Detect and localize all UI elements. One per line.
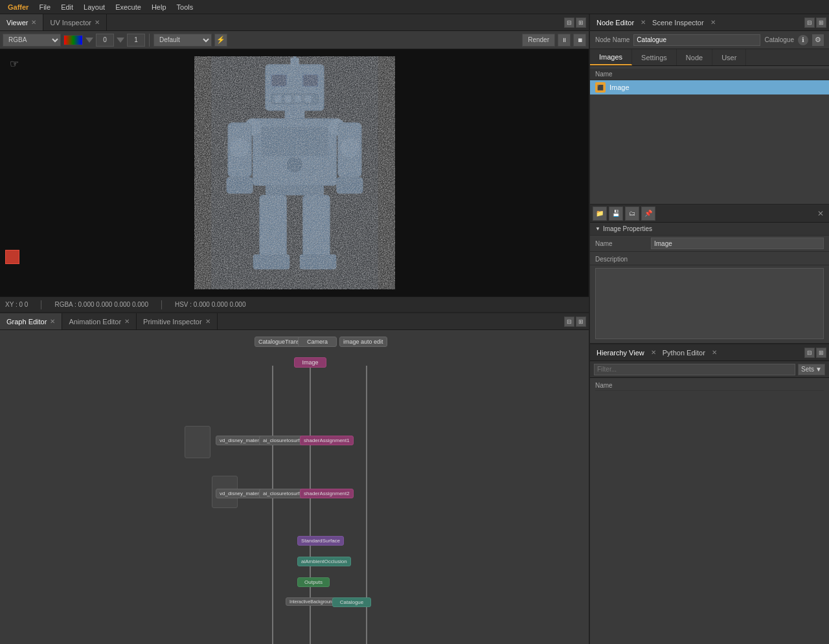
- tab-graph-editor[interactable]: Graph Editor ✕: [0, 313, 62, 329]
- node-vd-texture[interactable]: [185, 426, 210, 458]
- tab-scene-inspector-close[interactable]: ✕: [710, 19, 716, 26]
- render-controls: Render ⏸ ⏹: [522, 34, 586, 47]
- prop-btn3[interactable]: 🗂: [625, 206, 639, 221]
- node-camera[interactable]: Camera: [298, 337, 337, 347]
- prop-chevron: ▼: [595, 226, 600, 232]
- render-button[interactable]: Render: [522, 34, 555, 47]
- hierarchy-toolbar: Sets ▼: [590, 361, 829, 378]
- node-tabs: Images Settings Node User: [590, 49, 829, 66]
- viewer-ctrl-btn2[interactable]: ⊞: [576, 17, 586, 28]
- tab-viewer[interactable]: Viewer ✕: [0, 14, 43, 30]
- node-name-label: Node Name: [595, 36, 630, 43]
- hierarchy-controls: ⊟ ⊞: [804, 348, 826, 358]
- tab-viewer-close[interactable]: ✕: [31, 19, 36, 26]
- prop-btn2[interactable]: 💾: [609, 206, 623, 221]
- menu-tools[interactable]: Tools: [172, 2, 199, 12]
- robot-display: ☞: [0, 49, 589, 296]
- hierarchy-filter-input[interactable]: [594, 364, 795, 375]
- hierarchy-content: Name: [590, 378, 829, 644]
- tab-images[interactable]: Images: [590, 49, 632, 65]
- status-divider2: [161, 300, 162, 309]
- node-standard-surface[interactable]: StandardSurface: [297, 536, 344, 546]
- tab-primitive-inspector[interactable]: Primitive Inspector ✕: [137, 313, 217, 329]
- image-properties-header[interactable]: ▼ Image Properties: [590, 223, 829, 236]
- tab-settings[interactable]: Settings: [632, 49, 677, 65]
- tab-uv-close[interactable]: ✕: [95, 19, 100, 26]
- render-stop-btn[interactable]: ⏹: [573, 34, 586, 47]
- image-item[interactable]: ⬛ Image: [590, 80, 829, 94]
- exposure-input[interactable]: [96, 34, 114, 47]
- tab-spacer: [107, 14, 562, 30]
- lut-select[interactable]: Default: [153, 34, 212, 47]
- viewer-tab-controls: ⊟ ⊞: [562, 14, 589, 30]
- hierarchy-header: Hierarchy View ✕ Python Editor ✕ ⊟ ⊞: [590, 344, 829, 361]
- info-icon[interactable]: ℹ: [798, 35, 808, 45]
- prop-desc-label: Description: [595, 256, 647, 263]
- tab-user[interactable]: User: [712, 49, 746, 65]
- ne-ctrl1[interactable]: ⊟: [804, 17, 815, 28]
- node-outputs[interactable]: Outputs: [297, 577, 330, 587]
- menu-layout[interactable]: Layout: [78, 2, 110, 12]
- hierarchy-section: Hierarchy View ✕ Python Editor ✕ ⊟ ⊞ Set…: [590, 344, 829, 644]
- red-square-indicator: [5, 250, 19, 264]
- robot-render: [191, 56, 398, 289]
- graph-ctrl-btn1[interactable]: ⊟: [564, 316, 574, 327]
- properties-close-btn[interactable]: ✕: [815, 208, 826, 219]
- node-shader-assignment1[interactable]: shaderAssignment1: [300, 436, 354, 445]
- menu-file[interactable]: File: [34, 2, 56, 12]
- gear-icon[interactable]: ⚙: [812, 34, 824, 46]
- node-shader-assignment2[interactable]: shaderAssignment2: [300, 489, 354, 498]
- menu-execute[interactable]: Execute: [110, 2, 146, 12]
- gamma-input[interactable]: [127, 34, 145, 47]
- tab-node-editor-close[interactable]: ✕: [641, 19, 646, 26]
- tab-node-editor[interactable]: Node Editor: [593, 19, 638, 27]
- tab-python-close[interactable]: ✕: [712, 349, 717, 356]
- prop-name-label: Name: [595, 240, 647, 247]
- graph-section: Graph Editor ✕ Animation Editor ✕ Primit…: [0, 312, 589, 644]
- node-ai-ambient-occlusion[interactable]: aiAmbientOcclusion: [297, 557, 351, 566]
- viewer-ctrl-btn1[interactable]: ⊟: [564, 17, 574, 28]
- prop-description-textarea[interactable]: [595, 268, 824, 339]
- menu-bar: Gaffer File Edit Layout Execute Help Too…: [0, 0, 829, 14]
- node-catalogue-final[interactable]: Catalogue: [332, 597, 371, 607]
- hsv-status: HSV : 0.000 0.000 0.000: [175, 301, 246, 308]
- tab-node[interactable]: Node: [677, 49, 712, 65]
- rgba-status: RGBA : 0.000 0.000 0.000 0.000: [54, 301, 148, 308]
- gamma-arrow-down: [117, 38, 124, 43]
- viewer-canvas[interactable]: ☞: [0, 49, 589, 296]
- hierarchy-name-header: Name: [595, 381, 824, 391]
- graph-canvas[interactable]: CatalogueTransform Camera image auto edi…: [0, 330, 589, 644]
- node-image-auto-edit[interactable]: image auto edit: [339, 337, 387, 347]
- rgba-strip: [63, 35, 83, 45]
- exposure-arrow-down: [85, 38, 93, 43]
- tab-scene-inspector[interactable]: Scene Inspector: [648, 19, 708, 27]
- menu-help[interactable]: Help: [146, 2, 172, 12]
- prop-name-input[interactable]: [651, 238, 824, 249]
- tab-graph-close[interactable]: ✕: [50, 318, 55, 325]
- flash-icon[interactable]: ⚡: [214, 34, 227, 47]
- tab-hierarchy-close[interactable]: ✕: [651, 349, 656, 356]
- tab-animation-editor[interactable]: Animation Editor ✕: [62, 313, 137, 329]
- prop-btn1[interactable]: 📁: [593, 206, 607, 221]
- node-image[interactable]: Image: [294, 357, 326, 368]
- ne-ctrl2[interactable]: ⊞: [816, 17, 826, 28]
- tab-anim-close[interactable]: ✕: [124, 318, 130, 325]
- channel-select[interactable]: RGBA RGB A: [3, 34, 61, 47]
- hv-ctrl1[interactable]: ⊟: [804, 348, 815, 358]
- node-name-input[interactable]: [633, 34, 760, 46]
- hand-tool-icon[interactable]: ☞: [5, 54, 23, 72]
- node-editor-header: Node Editor ✕ Scene Inspector ✕ ⊟ ⊞: [590, 14, 829, 31]
- menu-edit[interactable]: Edit: [56, 2, 78, 12]
- tab-uv-inspector[interactable]: UV Inspector ✕: [43, 14, 107, 30]
- viewer-section: Viewer ✕ UV Inspector ✕ ⊟ ⊞ RGBA RGB: [0, 14, 589, 312]
- tab-prim-close[interactable]: ✕: [205, 318, 210, 325]
- app-brand: Gaffer: [3, 2, 34, 12]
- graph-ctrl-btn2[interactable]: ⊞: [576, 316, 586, 327]
- tab-hierarchy-view[interactable]: Hierarchy View: [593, 349, 648, 357]
- render-pause-btn[interactable]: ⏸: [558, 34, 571, 47]
- hv-ctrl2[interactable]: ⊞: [816, 348, 826, 358]
- tab-python-editor[interactable]: Python Editor: [659, 349, 709, 357]
- prop-btn4[interactable]: 📌: [641, 206, 655, 221]
- sets-button[interactable]: Sets ▼: [798, 364, 825, 375]
- left-area: Viewer ✕ UV Inspector ✕ ⊟ ⊞ RGBA RGB: [0, 14, 589, 644]
